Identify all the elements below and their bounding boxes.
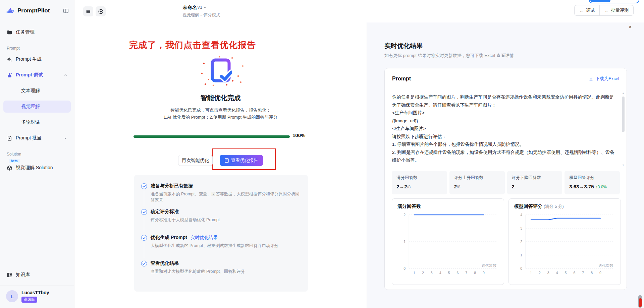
user-name: LucasTTboy — [21, 290, 49, 295]
panel-title: 实时优化结果 — [384, 42, 423, 50]
svg-text:0: 0 — [520, 266, 522, 270]
svg-text:1: 1 — [404, 240, 406, 244]
stat-label: 评分上升回答数 — [454, 175, 500, 181]
svg-text:5: 5 — [448, 271, 450, 275]
retry-optimize-button[interactable]: 再次智能优化 — [178, 155, 213, 166]
charts-row: 满分回答数012123456789迭代次数模型回答评分(满分 5 分)01234… — [392, 198, 620, 285]
chart-card-1: 满分回答数012123456789迭代次数 — [392, 198, 504, 285]
chart-title: 满分回答数 — [397, 203, 499, 209]
realtime-result-link[interactable]: 实时优化结果 — [191, 235, 218, 241]
result-title: 智能优化完成 — [74, 94, 367, 103]
optimize-step-1: 准备与分析已有数据准备当前版本的 Prompt、变量、回答等数据，大模型根据评分… — [141, 183, 301, 209]
sidebar-item-prompt-debug[interactable]: Prompt 调试 — [3, 69, 71, 81]
sidebar-item-visual-solution[interactable]: beta视觉理解 Solution — [3, 162, 71, 174]
confetti-dot — [237, 75, 239, 77]
step-check-icon — [141, 235, 147, 242]
chevron-down-icon — [203, 6, 207, 9]
result-desc-line1: 智能优化已完成，可点击查看优化报告，报告包含： — [74, 107, 367, 113]
close-icon[interactable]: × — [627, 23, 634, 31]
svg-text:7: 7 — [465, 271, 467, 275]
stats-row: 满分回答数2→2/8评分上升回答数2/8评分下降回答数2模型回答评分3.63→3… — [392, 171, 620, 194]
scroll-up-icon[interactable]: ▲ — [622, 92, 625, 94]
step-check-icon — [141, 260, 147, 268]
add-button[interactable] — [96, 6, 106, 16]
sidebar-item-label: 多轮对话 — [21, 119, 67, 125]
svg-text:4: 4 — [520, 213, 522, 217]
stat-card-3: 评分下降回答数2 — [507, 171, 562, 194]
version-dropdown[interactable]: V1 — [197, 5, 207, 10]
svg-text:8: 8 — [591, 271, 593, 275]
sidebar-item-prompt-batch[interactable]: Prompt 批量 — [3, 132, 71, 144]
realtime-result-panel: × 实时优化结果 如有更优 prompt 结果时将实时更新数据，您可下载 Exc… — [367, 22, 644, 308]
batch-eval-button-label: 批量评测 — [611, 7, 629, 13]
stat-suffix: /8 — [457, 185, 460, 189]
sidebar-item-label: 视觉理解 Solution — [16, 165, 67, 171]
view-report-button[interactable]: 查看优化报告 — [220, 155, 263, 166]
sidebar-collapse-icon[interactable] — [63, 8, 69, 14]
confetti-dot — [232, 80, 234, 82]
sidebar-item-visual-understanding[interactable]: 视觉理解 — [3, 101, 71, 113]
step-check-icon — [141, 209, 147, 217]
optimize-step-3: 优化生成 Prompt实时优化结果大模型优化生成新的 Prompt、根据测试数据… — [141, 235, 301, 260]
scroll-down-icon[interactable]: ▼ — [622, 164, 625, 166]
sidebar-item-label: 任务管理 — [16, 29, 67, 35]
knowledge-base-label: 知识库 — [16, 272, 30, 278]
sidebar-item-knowledge-base[interactable]: 知识库 — [3, 269, 71, 281]
folder-icon — [7, 29, 12, 35]
doc-title[interactable]: 未命名 — [182, 4, 197, 11]
scrollbar-thumb[interactable] — [622, 97, 625, 132]
toggle-fill — [590, 0, 610, 2]
plan-badge: 高级版 — [21, 297, 37, 303]
sidebar: PromptPilot 任务管理PromptPrompt 生成Prompt 调试… — [0, 0, 74, 308]
back-arrow-icon: ← — [579, 8, 584, 13]
svg-text:2: 2 — [422, 271, 424, 275]
stat-label: 满分回答数 — [396, 175, 442, 181]
step-title: 优化生成 Prompt — [151, 235, 187, 241]
batch-eval-button[interactable]: ← 批量评测 — [599, 5, 633, 15]
view-report-label: 查看优化报告 — [231, 158, 258, 164]
menu-button[interactable] — [83, 6, 93, 16]
svg-text:迭代次数: 迭代次数 — [482, 263, 496, 267]
result-card: Prompt 下载为Excel 你的任务是根据生产车间的图片，判断生产车间是否存… — [384, 68, 627, 290]
books-icon — [7, 272, 12, 278]
stat-suffix: /8 — [407, 185, 411, 189]
svg-text:6: 6 — [457, 271, 459, 275]
cube-icon — [7, 165, 12, 171]
docstar-icon — [7, 135, 12, 141]
svg-text:0: 0 — [404, 266, 406, 270]
sidebar-item-task-management[interactable]: 任务管理 — [3, 26, 71, 38]
user-row[interactable]: L LucasTTboy 高级版 — [0, 286, 74, 308]
stat-value: 2→2/8 — [396, 184, 442, 189]
chart-title: 模型回答评分(满分 5 分) — [514, 203, 616, 209]
svg-text:3: 3 — [431, 271, 433, 275]
report-doc-icon — [225, 158, 229, 163]
svg-text:1: 1 — [530, 271, 532, 275]
svg-text:迭代次数: 迭代次数 — [598, 263, 613, 267]
chart-title-suffix: (满分 5 分) — [544, 204, 564, 209]
confetti-dot — [231, 57, 233, 59]
download-icon — [589, 76, 593, 81]
prompt-card-title: Prompt — [392, 76, 411, 82]
step-title: 确定评分标准 — [151, 209, 179, 215]
svg-text:5: 5 — [565, 271, 567, 275]
clipped-toggle[interactable] — [589, 0, 639, 3]
prompt-text[interactable]: 你的任务是根据生产车间的图片，判断生产车间是否存在违规操作设备和未佩戴安全防护用… — [385, 89, 627, 164]
sidebar-item-label: Prompt 批量 — [16, 135, 64, 141]
sidebar-item-text-understanding[interactable]: 文本理解 — [3, 85, 71, 97]
svg-text:9: 9 — [599, 271, 601, 275]
avatar: L — [6, 290, 18, 302]
page-scrollbar-fragment[interactable] — [638, 295, 642, 308]
prompt-scrollbar[interactable]: ▲ ▼ — [622, 92, 625, 166]
step-check-icon — [141, 183, 147, 191]
optimize-step-2: 确定评分标准评分标准用于大模型自动优化 Prompt — [141, 209, 301, 235]
step-desc: 评分标准用于大模型自动优化 Prompt — [151, 217, 301, 223]
version-label: V1 — [197, 5, 202, 10]
sidebar-item-prompt-generate[interactable]: Prompt 生成 — [3, 53, 71, 65]
download-excel-link[interactable]: 下载为Excel — [589, 76, 619, 82]
sidebar-section-prompt: Prompt — [3, 42, 71, 51]
sidebar-item-multi-turn-dialog[interactable]: 多轮对话 — [3, 116, 71, 128]
debug-button[interactable]: ← 调试 — [575, 5, 599, 15]
confetti-dot — [201, 72, 203, 74]
logo-row: PromptPilot — [0, 0, 74, 21]
panel-subtitle: 如有更优 prompt 结果时将实时更新数据，您可下载 Excel 查看详情 — [384, 53, 514, 59]
